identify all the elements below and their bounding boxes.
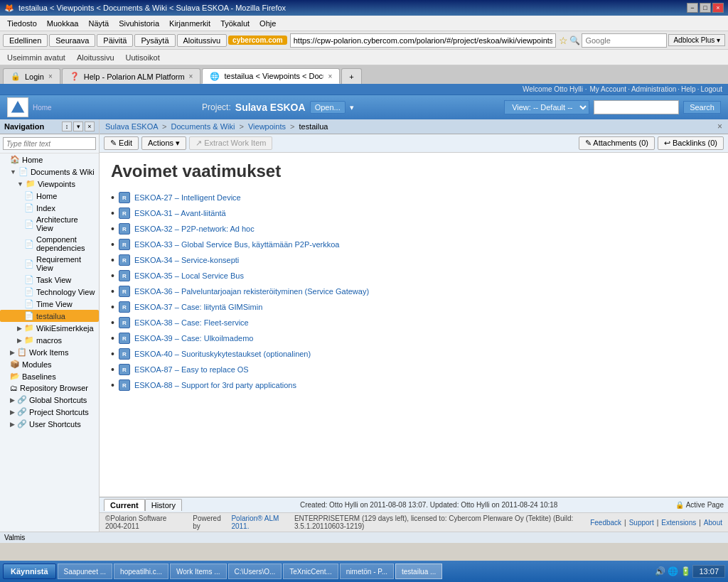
nav-item-architecture-view[interactable]: 📄 Architecture View <box>0 214 99 234</box>
about-link[interactable]: About <box>704 519 722 527</box>
tab-close-login[interactable]: × <box>48 72 53 80</box>
nav-item-repo-browser[interactable]: 🗂 Repository Browser <box>0 382 99 394</box>
nav-close-button[interactable]: × <box>85 122 95 131</box>
taskbar-item-1[interactable]: hopeatilhi.c... <box>114 564 168 579</box>
breadcrumb-docs[interactable]: Documents & Wiki <box>171 122 235 131</box>
tab-login[interactable]: 🔒 Login × <box>3 68 60 84</box>
nav-item-home[interactable]: 🏠 Home <box>0 153 99 166</box>
nav-item-viewpoints[interactable]: ▼ 📁 Viewpoints <box>0 178 99 190</box>
work-item-link[interactable]: ESKOA-27 – Intelligent Device <box>134 193 241 202</box>
administration-link[interactable]: Administration <box>631 85 676 93</box>
bookmark-aloitussivu[interactable]: Aloitussivu <box>74 52 117 63</box>
nav-item-technology-view[interactable]: 📄 Technology View <box>0 286 99 298</box>
open-dropdown-icon[interactable]: ▾ <box>350 103 354 112</box>
bookmark-uutisoikot[interactable]: Uutisoikot <box>123 52 163 63</box>
tab-main[interactable]: 🌐 testailua < Viewpoints < Docume... × <box>202 68 340 84</box>
reload-button[interactable]: Päivitä <box>97 34 133 47</box>
nav-item-testailua[interactable]: 📄 testailua <box>0 310 99 322</box>
forward-button[interactable]: Seuraava <box>49 34 95 47</box>
header-search-input[interactable] <box>594 100 679 114</box>
menu-tiedosto[interactable]: Tiedosto <box>3 18 41 29</box>
adblock-button[interactable]: Adblock Plus ▾ <box>668 34 725 46</box>
minimize-button[interactable]: − <box>687 3 698 13</box>
header-search-button[interactable]: Search <box>683 101 721 114</box>
actions-button[interactable]: Actions ▾ <box>141 136 186 150</box>
nav-item-user-shortcuts[interactable]: ▶ 🔗 User Shortcuts <box>0 418 99 430</box>
extensions-link[interactable]: Extensions <box>661 519 696 527</box>
work-item-link[interactable]: ESKOA-33 – Global Service Bus, käyttämää… <box>134 240 340 249</box>
nav-item-vp-home[interactable]: 📄 Home <box>0 190 99 202</box>
view-selector[interactable]: View: -- Default -- <box>504 100 589 114</box>
breadcrumb-root[interactable]: Sulava ESKOA <box>105 122 158 131</box>
nav-filter-input[interactable] <box>3 137 96 150</box>
menu-nayta[interactable]: Näytä <box>84 18 113 29</box>
attachments-button[interactable]: ✎ Attachments (0) <box>579 136 655 150</box>
nav-item-task-view[interactable]: 📄 Task View <box>0 274 99 286</box>
work-item-link[interactable]: ESKOA-88 – Support for 3rd party applica… <box>134 381 296 389</box>
maximize-button[interactable]: □ <box>700 3 711 13</box>
nav-item-component-deps[interactable]: 📄 Component dependencies <box>0 234 99 254</box>
work-item-link[interactable]: ESKOA-34 – Service-konsepti <box>134 256 239 264</box>
back-button[interactable]: Edellinen <box>3 34 48 47</box>
my-account-link[interactable]: My Account <box>589 85 626 93</box>
bookmark-star-icon[interactable]: ☆ <box>559 35 568 46</box>
close-button[interactable]: × <box>712 3 724 13</box>
nav-item-documents-wiki[interactable]: ▼ 📄 Documents & Wiki <box>0 166 99 178</box>
tab-new[interactable]: + <box>341 68 361 84</box>
work-item-link[interactable]: ESKOA-35 – Local Service Bus <box>134 271 244 280</box>
work-item-link[interactable]: ESKOA-32 – P2P-network: Ad hoc <box>134 225 255 233</box>
work-item-link[interactable]: ESKOA-40 – Suorituskykytestaukset (optio… <box>134 350 311 358</box>
taskbar-item-2[interactable]: Work Items ... <box>170 564 227 579</box>
start-button[interactable]: Käynnistä <box>3 564 56 579</box>
open-button[interactable]: Open... <box>310 101 346 114</box>
taskbar-item-0[interactable]: Saapuneet ... <box>58 564 113 579</box>
menu-ohje[interactable]: Ohje <box>255 18 280 29</box>
work-item-link[interactable]: ESKOA-37 – Case: liityntä GIMSimin <box>134 303 262 311</box>
stop-button[interactable]: Pysäytä <box>134 34 175 47</box>
tab-help[interactable]: ❓ Help - Polarion ALM Platform × <box>62 68 201 84</box>
menu-tyokalut[interactable]: Työkalut <box>216 18 254 29</box>
backlinks-button[interactable]: ↩ Backlinks (0) <box>658 136 724 150</box>
tab-current[interactable]: Current <box>104 499 145 511</box>
nav-item-wiki-esimerkkeja[interactable]: ▶ 📁 WikiEsimerkkeja <box>0 322 99 334</box>
tab-close-main[interactable]: × <box>328 72 332 80</box>
url-input[interactable] <box>290 33 557 48</box>
nav-item-project-shortcuts[interactable]: ▶ 🔗 Project Shortcuts <box>0 406 99 418</box>
nav-menu-button[interactable]: ▾ <box>73 122 83 131</box>
nav-item-baselines[interactable]: 📂 Baselines <box>0 370 99 382</box>
nav-sync-button[interactable]: ↕ <box>62 122 72 131</box>
home-button[interactable]: Aloitussivu <box>177 34 228 47</box>
work-item-link[interactable]: ESKOA-87 – Easy to replace OS <box>134 365 249 374</box>
feedback-link[interactable]: Feedback <box>590 519 621 527</box>
work-item-link[interactable]: ESKOA-36 – Palveluntarjoajan rekisteröit… <box>134 287 369 296</box>
nav-item-time-view[interactable]: 📄 Time View <box>0 298 99 310</box>
work-item-link[interactable]: ESKOA-38 – Case: Fleet-service <box>134 318 249 327</box>
polarion-link[interactable]: Polarion® ALM 2011. <box>231 514 287 530</box>
nav-item-modules[interactable]: 📦 Modules <box>0 358 99 370</box>
edit-button[interactable]: ✎ Edit <box>104 136 139 150</box>
menu-sivuhistoria[interactable]: Sivuhistoria <box>114 18 164 29</box>
taskbar-item-6[interactable]: testailua ... <box>395 564 442 579</box>
nav-item-macros[interactable]: ▶ 📁 macros <box>0 334 99 346</box>
tab-close-help[interactable]: × <box>189 72 193 80</box>
work-item-link[interactable]: ESKOA-31 – Avant-liitäntä <box>134 209 226 217</box>
nav-item-vp-index[interactable]: 📄 Index <box>0 202 99 214</box>
taskbar-item-5[interactable]: nimetön - P... <box>340 564 394 579</box>
menu-muokkaa[interactable]: Muokkaa <box>43 18 83 29</box>
logout-link[interactable]: Logout <box>700 85 722 93</box>
nav-item-global-shortcuts[interactable]: ▶ 🔗 Global Shortcuts <box>0 394 99 406</box>
nav-item-work-items[interactable]: ▶ 📋 Work Items <box>0 346 99 358</box>
breadcrumb-viewpoints[interactable]: Viewpoints <box>248 122 286 131</box>
help-link[interactable]: Help <box>681 85 696 93</box>
bookmark-useimmin[interactable]: Useimmin avatut <box>4 52 68 63</box>
taskbar-item-4[interactable]: TeXnicCent... <box>283 564 338 579</box>
nav-item-requirement-view[interactable]: 📄 Requirement View <box>0 254 99 274</box>
browser-search-input[interactable] <box>582 33 667 48</box>
menu-kirjanmerkit[interactable]: Kirjanmerkit <box>165 18 215 29</box>
work-item-link[interactable]: ESKOA-39 – Case: Ulkoilmademo <box>134 334 254 343</box>
taskbar-item-3[interactable]: C:\Users\O... <box>228 564 282 579</box>
support-link[interactable]: Support <box>629 519 654 527</box>
content-close-button[interactable]: × <box>717 122 722 131</box>
tab-history[interactable]: History <box>145 499 182 511</box>
home-link[interactable]: Home <box>33 104 52 112</box>
